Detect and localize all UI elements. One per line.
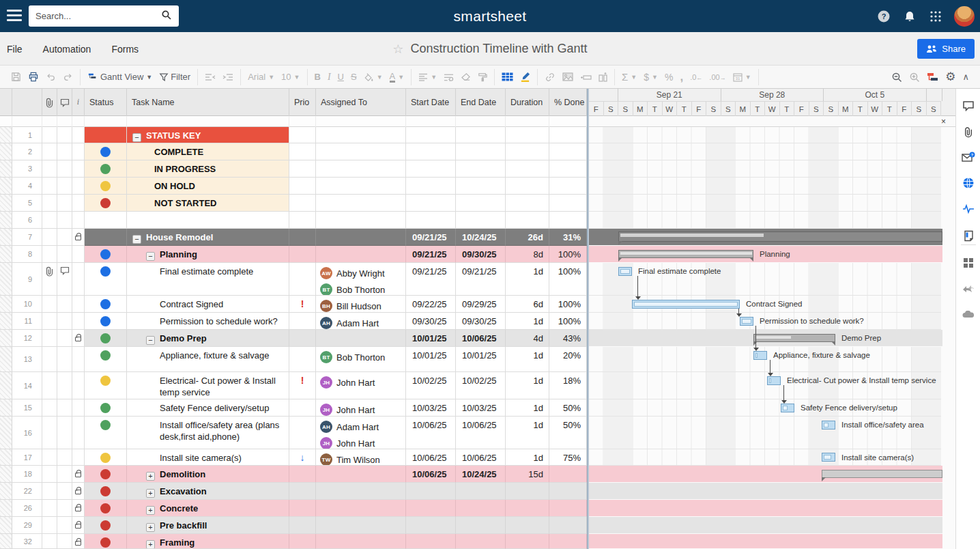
cell-dur[interactable]: 1d <box>506 449 549 466</box>
cell-assigned[interactable] <box>316 246 406 263</box>
cell-num[interactable]: 9 <box>12 263 42 296</box>
cell-prio[interactable] <box>289 399 316 417</box>
cell-attach[interactable] <box>42 212 57 229</box>
gantt-task-bar[interactable] <box>740 317 753 326</box>
cell-pct[interactable] <box>549 212 587 229</box>
cell-num[interactable]: 16 <box>12 417 42 449</box>
cell-prio[interactable] <box>289 160 316 178</box>
cell-status[interactable] <box>85 466 127 483</box>
gantt-summary-bar[interactable] <box>618 231 942 242</box>
cell-dur[interactable] <box>506 483 549 500</box>
cell-task[interactable]: Permission to schedule work? <box>127 313 289 330</box>
cell-start[interactable] <box>406 143 456 160</box>
gantt-task-bar[interactable] <box>753 351 767 360</box>
cell-end[interactable] <box>456 127 506 143</box>
cell-prio[interactable] <box>289 143 316 160</box>
status-dot-red[interactable] <box>100 503 111 513</box>
cell-start[interactable] <box>406 534 456 549</box>
status-dot-yellow[interactable] <box>100 376 111 386</box>
cell-assigned[interactable] <box>316 160 406 178</box>
cell-end[interactable]: 10/02/25 <box>456 372 506 399</box>
cell-task[interactable]: COMPLETE <box>127 143 289 160</box>
cell-end[interactable]: 09/21/25 <box>456 263 506 296</box>
outdent-button[interactable] <box>201 68 219 86</box>
gantt-task-bar[interactable] <box>632 300 740 309</box>
cell-assigned[interactable] <box>316 500 406 517</box>
cell-dur[interactable] <box>506 160 549 178</box>
status-dot-red[interactable] <box>100 469 111 479</box>
cell-end[interactable]: 09/30/25 <box>456 313 506 330</box>
cell-assigned[interactable]: BTBob Thorton <box>316 347 406 372</box>
cell-dur[interactable] <box>506 195 549 212</box>
collapse-icon[interactable]: − <box>132 235 141 244</box>
cell-start[interactable] <box>406 195 456 212</box>
cell-pct[interactable] <box>549 195 587 212</box>
cell-task[interactable]: Electrical- Cut power & Install temp ser… <box>127 372 289 399</box>
cell-comment[interactable] <box>57 246 72 263</box>
cell-end[interactable]: 10/06/25 <box>456 449 506 466</box>
status-dot-green[interactable] <box>100 403 111 413</box>
cell-attach[interactable] <box>42 313 57 330</box>
cell-status[interactable] <box>85 330 127 347</box>
cell-task[interactable]: Install office/safety area (plans desk,f… <box>127 417 289 449</box>
cell-pct[interactable] <box>549 160 587 178</box>
cell-comment[interactable] <box>57 330 72 347</box>
cell-comment[interactable] <box>57 178 72 195</box>
cell-start[interactable]: 09/30/25 <box>406 313 456 330</box>
cell-num[interactable]: 8 <box>12 246 42 263</box>
indent-button[interactable] <box>219 68 237 86</box>
cell-attach[interactable] <box>42 246 57 263</box>
cell-task[interactable]: +Excavation <box>127 483 289 500</box>
cell-format-button[interactable] <box>498 68 517 86</box>
cell-num[interactable]: 2 <box>12 143 42 160</box>
status-dot-red[interactable] <box>100 537 111 548</box>
gantt-summary-bar[interactable] <box>822 470 942 478</box>
cell-assigned[interactable]: JHJohn Hart <box>316 372 406 399</box>
search-icon[interactable] <box>161 10 172 23</box>
status-dot-blue[interactable] <box>100 316 111 326</box>
cell-task[interactable]: −Demo Prep <box>127 330 289 347</box>
sheet-summary-icon[interactable] <box>956 225 980 246</box>
cell-end[interactable] <box>456 195 506 212</box>
cell-start[interactable] <box>406 212 456 229</box>
cell-dur[interactable] <box>506 517 549 534</box>
gantt-view-button[interactable]: Gantt View▼ <box>84 68 156 86</box>
cell-start[interactable]: 10/03/25 <box>406 399 456 417</box>
cell-num[interactable]: 29 <box>12 517 42 534</box>
cell-task[interactable]: Install site camera(s) <box>127 449 289 466</box>
bold-button[interactable]: B <box>311 68 324 86</box>
column-header-pct[interactable]: % Done <box>549 89 587 116</box>
cell-pct[interactable]: 100% <box>549 246 587 263</box>
cell-attach[interactable] <box>42 517 57 534</box>
cell-prio[interactable] <box>289 517 316 534</box>
cell-dur[interactable] <box>506 500 549 517</box>
column-header-num[interactable] <box>12 89 42 116</box>
status-dot-green[interactable] <box>100 333 111 343</box>
priority-high-icon[interactable]: ! <box>289 372 316 399</box>
cell-status[interactable] <box>85 143 127 160</box>
cell-start[interactable]: 09/21/25 <box>406 246 456 263</box>
gantt-summary-bar[interactable] <box>618 250 753 258</box>
cell-dur[interactable]: 1d <box>506 399 549 417</box>
gantt-task-bar[interactable] <box>767 376 781 385</box>
fill-color-button[interactable]: ▼ <box>360 68 386 86</box>
cell-task[interactable]: IN PROGRESS <box>127 160 289 178</box>
cell-status[interactable] <box>85 195 127 212</box>
cell-num[interactable]: 22 <box>12 483 42 500</box>
cell-assigned[interactable] <box>316 195 406 212</box>
status-dot-yellow[interactable] <box>100 453 111 463</box>
text-color-button[interactable]: A▼ <box>386 68 408 86</box>
column-header-attach[interactable] <box>42 89 57 116</box>
cell-dur[interactable] <box>506 143 549 160</box>
cell-pct[interactable]: 50% <box>549 417 587 449</box>
expand-icon[interactable]: + <box>146 506 155 515</box>
insert-column-button[interactable] <box>595 68 611 86</box>
zoom-in-button[interactable] <box>906 68 923 86</box>
cell-prio[interactable] <box>289 534 316 549</box>
cell-num[interactable]: 32 <box>12 534 42 549</box>
cell-start[interactable] <box>406 178 456 195</box>
cell-pct[interactable] <box>549 517 587 534</box>
eraser-button[interactable] <box>457 68 474 86</box>
cell-end[interactable] <box>456 143 506 160</box>
cell-task[interactable]: −House Remodel <box>127 229 289 246</box>
